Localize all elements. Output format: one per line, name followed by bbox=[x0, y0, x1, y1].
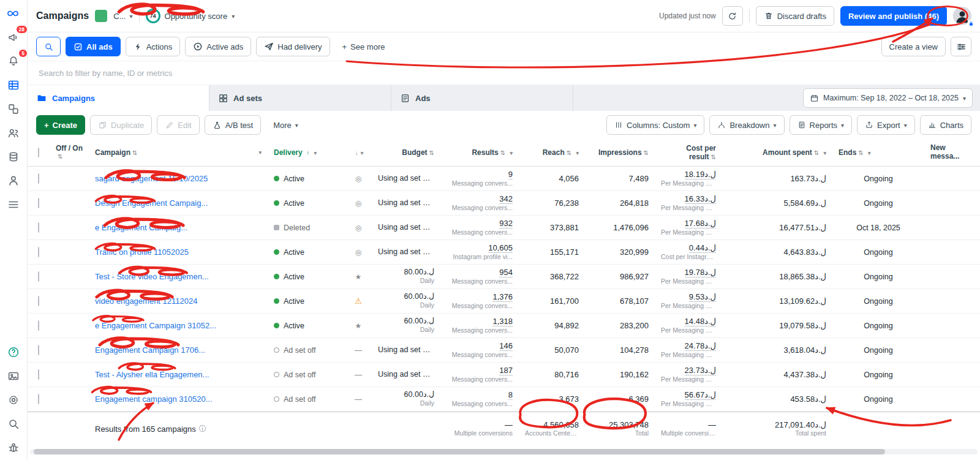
campaign-link[interactable]: Engagement Campaign 1706... bbox=[95, 345, 262, 355]
opportunity-score-dropdown[interactable]: 74 Opportunity score ▾ bbox=[146, 9, 235, 23]
column-header-new-messaging[interactable]: New messa... bbox=[924, 144, 980, 161]
report-bug-icon[interactable] bbox=[6, 440, 21, 455]
column-header-campaign[interactable]: Campaign⇅ ▾ bbox=[89, 148, 268, 157]
cost-per-result-value[interactable]: 18.19ل.د bbox=[685, 170, 716, 179]
results-value[interactable]: 9 bbox=[508, 170, 513, 179]
column-filter-caret-icon[interactable]: ▾ bbox=[868, 150, 871, 156]
charts-button[interactable]: Charts bbox=[920, 115, 971, 135]
cost-per-result-value[interactable]: 17.68ل.د bbox=[685, 219, 716, 228]
search-filter-button[interactable] bbox=[36, 37, 61, 56]
campaign-link[interactable]: Design Engagement Campaig... bbox=[95, 198, 262, 208]
campaign-link[interactable]: e Engagement Campaig... bbox=[95, 223, 262, 232]
create-view-button[interactable]: Create a view bbox=[881, 37, 946, 56]
all-tools-menu-icon[interactable] bbox=[6, 197, 21, 212]
results-value[interactable]: 932 bbox=[499, 219, 513, 228]
account-selector[interactable]: C... ▾ bbox=[113, 12, 132, 21]
campaign-link[interactable]: sagard engagement 15/10/2025 bbox=[95, 174, 262, 183]
filter-chip-all-ads[interactable]: All ads bbox=[66, 37, 121, 56]
alerts-bell-icon[interactable]: 5 bbox=[6, 54, 21, 69]
review-publish-button[interactable]: Review and publish (46) bbox=[840, 6, 947, 26]
discard-drafts-button[interactable]: Discard drafts bbox=[756, 6, 834, 26]
info-icon[interactable]: ⓘ bbox=[199, 424, 206, 434]
tab-campaigns[interactable]: Campaigns bbox=[28, 85, 209, 111]
row-checkbox[interactable] bbox=[38, 320, 39, 331]
reports-button[interactable]: Reports ▾ bbox=[790, 115, 853, 135]
results-value[interactable]: 1,318 bbox=[492, 317, 513, 326]
column-filter-caret-icon[interactable]: ▾ bbox=[258, 149, 262, 156]
ab-test-button[interactable]: A/B test bbox=[205, 115, 262, 135]
results-value[interactable]: 187 bbox=[499, 366, 513, 375]
columns-button[interactable]: Columns: Custom ▾ bbox=[606, 115, 704, 135]
cost-per-result-value[interactable]: 23.73ل.د bbox=[685, 366, 716, 375]
column-header-off-on[interactable]: Off / On⇅ bbox=[50, 145, 89, 160]
filter-chip-actions[interactable]: Actions bbox=[126, 37, 181, 56]
results-value[interactable]: 1,376 bbox=[492, 292, 513, 302]
row-checkbox[interactable] bbox=[38, 173, 39, 184]
row-checkbox[interactable] bbox=[38, 369, 39, 380]
more-button[interactable]: More ▾ bbox=[266, 115, 306, 135]
search-input[interactable] bbox=[37, 68, 970, 78]
campaign-link[interactable]: Engagement campaign 310520... bbox=[95, 394, 262, 404]
campaigns-table-icon[interactable] bbox=[6, 78, 21, 92]
column-header-budget[interactable]: Budget⇅ bbox=[372, 148, 440, 157]
results-value[interactable]: 342 bbox=[499, 194, 513, 204]
column-header-reach[interactable]: Reach⇅ ▾ bbox=[519, 148, 585, 157]
edit-button[interactable]: Edit bbox=[157, 115, 199, 135]
row-checkbox[interactable] bbox=[38, 222, 39, 233]
creative-hub-image-icon[interactable] bbox=[6, 369, 21, 383]
refresh-button[interactable] bbox=[722, 6, 743, 26]
total-reach[interactable]: 4,560,658 bbox=[543, 420, 579, 430]
scrollbar-thumb[interactable] bbox=[34, 449, 885, 454]
help-icon[interactable] bbox=[6, 345, 21, 360]
tab-ad-sets[interactable]: Ad sets bbox=[209, 85, 391, 111]
campaign-link[interactable]: Test - Store video Engagemen... bbox=[95, 272, 262, 281]
column-filter-caret-icon[interactable]: ▾ bbox=[823, 150, 826, 156]
assets-icon[interactable] bbox=[6, 102, 21, 116]
campaign-link[interactable]: Test - Alysher ella Engagemen... bbox=[95, 370, 262, 379]
column-header-attribution[interactable]: ↓▾ bbox=[345, 148, 372, 157]
results-value[interactable]: 146 bbox=[499, 341, 513, 351]
column-filter-caret-icon[interactable]: ▾ bbox=[314, 150, 317, 156]
column-header-impressions[interactable]: Impressions⇅ bbox=[585, 148, 655, 157]
row-checkbox[interactable] bbox=[38, 271, 39, 282]
column-header-results[interactable]: Results⇅ ▾ bbox=[440, 148, 519, 157]
cost-per-result-value[interactable]: 24.78ل.د bbox=[685, 341, 716, 351]
column-header-amount-spent[interactable]: Amount spent⇅ ▾ bbox=[722, 148, 832, 157]
results-value[interactable]: 10,605 bbox=[488, 243, 513, 253]
campaign-link[interactable]: e Engagement Campaign 31052... bbox=[95, 321, 262, 330]
campaign-link[interactable]: video engagement 12112024 bbox=[95, 296, 262, 306]
duplicate-button[interactable]: Duplicate bbox=[90, 115, 152, 135]
billing-icon[interactable] bbox=[6, 149, 21, 164]
cost-per-result-value[interactable]: 19.78ل.د bbox=[685, 268, 716, 277]
audiences-icon[interactable] bbox=[6, 126, 21, 140]
results-value[interactable]: 954 bbox=[499, 268, 513, 277]
cost-per-result-value[interactable]: 56.67ل.د bbox=[685, 390, 716, 400]
tab-ads[interactable]: Ads bbox=[391, 85, 573, 111]
column-header-delivery[interactable]: Delivery ↑ ▾ bbox=[268, 148, 345, 157]
filter-chip-active-ads[interactable]: Active ads bbox=[185, 37, 251, 56]
export-button[interactable]: Export ▾ bbox=[857, 115, 915, 135]
settings-gear-icon[interactable] bbox=[6, 393, 21, 407]
search-rail-icon[interactable] bbox=[6, 417, 21, 431]
row-checkbox[interactable] bbox=[38, 296, 39, 306]
row-checkbox[interactable] bbox=[38, 345, 39, 355]
column-header-cost-per-result[interactable]: Cost per result⇅ bbox=[655, 144, 722, 161]
row-checkbox[interactable] bbox=[38, 198, 39, 208]
filter-chip-had-delivery[interactable]: Had delivery bbox=[256, 37, 330, 56]
create-button[interactable]: + Create bbox=[36, 115, 85, 135]
select-all-checkbox[interactable] bbox=[38, 148, 39, 157]
column-filter-caret-icon[interactable]: ▾ bbox=[576, 150, 579, 156]
profile-avatar[interactable] bbox=[953, 7, 971, 25]
see-more-button[interactable]: + See more bbox=[335, 37, 393, 56]
cost-per-result-value[interactable]: 0.44ل.د bbox=[689, 243, 716, 253]
horizontal-scrollbar[interactable] bbox=[30, 449, 978, 454]
cost-per-result-value[interactable]: 9.53ل.د bbox=[689, 292, 716, 302]
ads-manager-icon[interactable]: 28 bbox=[6, 30, 21, 45]
column-filter-caret-icon[interactable]: ▾ bbox=[510, 150, 513, 156]
column-header-ends[interactable]: Ends⇅ ▾ bbox=[832, 148, 924, 157]
account-person-icon[interactable] bbox=[6, 173, 21, 188]
row-checkbox[interactable] bbox=[38, 394, 39, 404]
date-range-selector[interactable]: Maximum: Sep 18, 2022 – Oct 18, 2025 ▾ bbox=[803, 88, 973, 108]
campaign-link[interactable]: Traffic on profile 11052025 bbox=[95, 247, 262, 257]
breakdown-button[interactable]: Breakdown ▾ bbox=[709, 115, 784, 135]
